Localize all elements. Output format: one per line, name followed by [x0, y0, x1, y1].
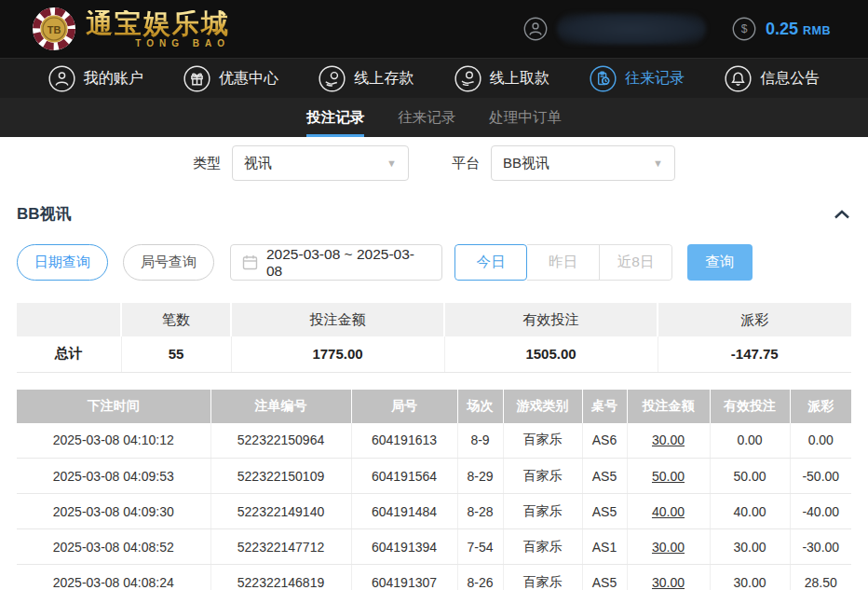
bet-amount-link[interactable]: 30.00: [627, 529, 710, 565]
summary-header-payout: 派彩: [658, 303, 851, 336]
today-button[interactable]: 今日: [454, 244, 527, 281]
header-table-no: 桌号: [582, 390, 627, 423]
summary-payout: -147.75: [658, 336, 851, 372]
chevron-down-icon: ▼: [653, 158, 663, 169]
session: 7-54: [457, 529, 503, 565]
balance-display: 0.25 RMB: [766, 20, 831, 39]
nav-label: 我的账户: [84, 69, 143, 89]
platform-select-value: BB视讯: [503, 155, 549, 172]
summary-header-bet-amount: 投注金额: [231, 303, 444, 336]
round-id: 604191394: [351, 529, 457, 565]
table-row: 2025-03-08 04:08:52 522322147712 6041913…: [17, 529, 851, 565]
payout: 0.00: [790, 423, 851, 459]
date-query-button[interactable]: 日期查询: [17, 244, 108, 281]
round-id: 604191307: [351, 565, 457, 590]
nav-label: 往来记录: [625, 69, 685, 89]
round-id: 604191484: [351, 494, 457, 529]
table-no: AS1: [582, 529, 627, 565]
nav-item-my-account[interactable]: 我的账户: [48, 65, 143, 92]
nav-label: 线上存款: [354, 69, 414, 89]
chevron-down-icon: ▼: [387, 158, 397, 169]
nav-label: 线上取款: [490, 69, 549, 89]
search-button[interactable]: 查询: [687, 244, 753, 281]
bet-amount-link[interactable]: 30.00: [627, 423, 710, 459]
tab-transaction-records[interactable]: 往来记录: [398, 98, 455, 137]
valid-bet: 30.00: [710, 565, 790, 590]
order-id: 522322147712: [210, 529, 351, 565]
platform-select[interactable]: BB视讯 ▼: [491, 145, 675, 181]
calendar-icon: [242, 254, 258, 270]
bet-records-table: 下注时间 注单编号 局号 场次 游戏类别 桌号 投注金额 有效投注 派彩 202…: [17, 390, 851, 590]
logo-subtitle: TONG BAO: [135, 39, 230, 48]
header-round-id: 局号: [351, 390, 457, 423]
session: 8-29: [457, 459, 503, 494]
game-type: 百家乐: [503, 494, 582, 529]
game-type: 百家乐: [503, 459, 582, 494]
summary-table: 笔数 投注金额 有效投注 派彩 总计 55 1775.00 1505.00 -1…: [17, 303, 851, 373]
table-no: AS5: [582, 565, 627, 590]
last-8-days-button[interactable]: 近8日: [600, 244, 672, 281]
casino-chip-icon: TB: [32, 7, 76, 51]
logo-title: 通宝娱乐城: [86, 10, 230, 37]
user-icon[interactable]: [523, 17, 548, 41]
bet-amount-link[interactable]: 50.00: [627, 459, 710, 494]
table-no: AS5: [582, 459, 627, 494]
payout: -30.00: [790, 529, 851, 565]
main-nav: 我的账户 优惠中心 线上存款 线上取款: [0, 58, 868, 98]
bet-amount-link[interactable]: 40.00: [627, 494, 710, 529]
header-valid-bet: 有效投注: [710, 390, 790, 423]
nav-item-records[interactable]: 往来记录: [590, 65, 685, 92]
quick-range-group: 今日 昨日 近8日: [454, 244, 672, 281]
nav-item-withdraw[interactable]: 线上取款: [454, 65, 549, 92]
payout: -50.00: [790, 459, 851, 494]
summary-header-blank: [17, 303, 121, 336]
summary-header-valid-bet: 有效投注: [444, 303, 658, 336]
session: 8-9: [457, 423, 503, 459]
order-id: 522322150964: [210, 423, 351, 459]
yesterday-button[interactable]: 昨日: [527, 244, 600, 281]
table-header-row: 下注时间 注单编号 局号 场次 游戏类别 桌号 投注金额 有效投注 派彩: [17, 390, 851, 423]
header-order-id: 注单编号: [210, 390, 351, 423]
valid-bet: 50.00: [710, 459, 790, 494]
game-type: 百家乐: [503, 565, 582, 590]
bet-time: 2025-03-08 04:09:53: [17, 459, 210, 494]
type-select-value: 视讯: [244, 155, 272, 172]
svg-text:$: $: [741, 22, 748, 35]
summary-total-row: 总计 55 1775.00 1505.00 -147.75: [17, 336, 851, 372]
round-query-button[interactable]: 局号查询: [123, 244, 214, 281]
records-icon: [590, 65, 617, 92]
tab-bet-records[interactable]: 投注记录: [306, 98, 364, 137]
session: 8-28: [457, 494, 503, 529]
payout: 28.50: [790, 565, 851, 590]
table-no: AS6: [582, 423, 627, 459]
table-row: 2025-03-08 04:09:30 522322149140 6041914…: [17, 494, 851, 529]
gift-icon: [183, 65, 210, 92]
summary-header-row: 笔数 投注金额 有效投注 派彩: [17, 303, 851, 336]
tab-pending-orders[interactable]: 处理中订单: [489, 98, 562, 137]
bet-amount-link[interactable]: 30.00: [627, 565, 710, 590]
bell-icon: [725, 65, 752, 92]
nav-item-announcements[interactable]: 信息公告: [725, 65, 820, 92]
summary-valid-bet: 1505.00: [444, 336, 658, 372]
filter-row: 类型 视讯 ▼ 平台 BB视讯 ▼: [17, 145, 851, 181]
date-range-input[interactable]: 2025-03-08 ~ 2025-03-08: [230, 244, 442, 281]
date-range-value: 2025-03-08 ~ 2025-03-08: [266, 246, 430, 280]
order-id: 522322150109: [210, 459, 351, 494]
dollar-icon: $: [732, 17, 756, 41]
session: 8-26: [457, 565, 503, 590]
chevron-up-icon[interactable]: [833, 208, 851, 221]
summary-total-label: 总计: [17, 336, 121, 372]
summary-count: 55: [121, 336, 231, 372]
sub-nav: 投注记录 往来记录 处理中订单: [0, 98, 868, 137]
table-row: 2025-03-08 04:09:53 522322150109 6041915…: [17, 459, 851, 494]
valid-bet: 0.00: [710, 423, 790, 459]
svg-text:TB: TB: [47, 24, 61, 35]
summary-header-count: 笔数: [121, 303, 231, 336]
type-select[interactable]: 视讯 ▼: [232, 145, 409, 181]
round-id: 604191564: [351, 459, 457, 494]
order-id: 522322146819: [210, 565, 351, 590]
table-row: 2025-03-08 04:10:12 522322150964 6041916…: [17, 423, 851, 459]
nav-item-deposit[interactable]: 线上存款: [319, 65, 414, 92]
site-logo[interactable]: TB 通宝娱乐城 TONG BAO: [32, 7, 230, 51]
nav-item-promotions[interactable]: 优惠中心: [183, 65, 278, 92]
